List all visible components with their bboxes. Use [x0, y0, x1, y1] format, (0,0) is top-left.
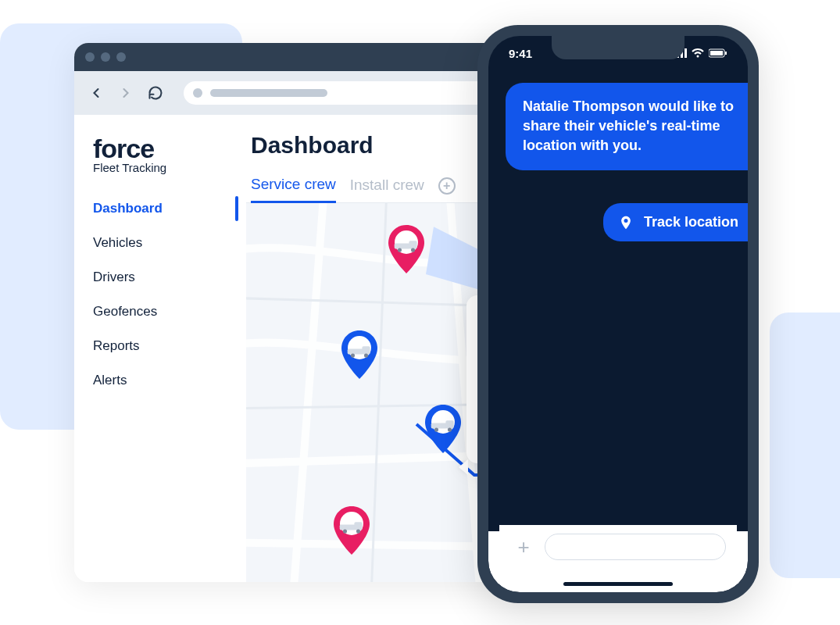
phone-device: 9:41 Natalie Thompson would like to shar… — [477, 25, 759, 603]
svg-point-9 — [364, 354, 368, 358]
svg-rect-7 — [362, 346, 370, 354]
svg-point-3 — [398, 248, 402, 252]
sidebar-item-reports[interactable]: Reports — [74, 329, 238, 363]
sidebar-item-label: Drivers — [93, 270, 135, 284]
tab-install-crew[interactable]: Install crew — [350, 170, 424, 202]
map-pin[interactable] — [332, 506, 371, 555]
sidebar-item-drivers[interactable]: Drivers — [74, 260, 238, 295]
message-input[interactable] — [545, 534, 726, 560]
track-location-button[interactable]: Track location → — [603, 203, 748, 241]
forward-icon[interactable] — [118, 85, 134, 101]
phone-time: 9:41 — [509, 47, 532, 60]
svg-rect-12 — [445, 420, 453, 428]
sidebar-item-label: Vehicles — [93, 235, 142, 250]
map-pin[interactable] — [387, 225, 426, 273]
svg-point-4 — [411, 248, 415, 252]
svg-point-35 — [624, 219, 627, 223]
logo-tagline: Fleet Tracking — [93, 161, 220, 174]
wifi-icon — [692, 47, 704, 60]
svg-rect-11 — [431, 423, 447, 429]
sidebar-item-vehicles[interactable]: Vehicles — [74, 226, 238, 260]
svg-rect-17 — [354, 522, 362, 530]
svg-point-18 — [343, 530, 347, 534]
svg-point-19 — [356, 530, 360, 534]
sidebar-item-label: Dashboard — [93, 201, 163, 216]
svg-rect-34 — [725, 52, 727, 55]
window-dot[interactable] — [101, 52, 110, 62]
svg-rect-16 — [340, 525, 356, 530]
svg-rect-1 — [395, 244, 410, 249]
track-location-label: Track location — [644, 212, 738, 232]
sidebar-item-label: Reports — [93, 338, 140, 353]
url-placeholder — [210, 89, 327, 97]
svg-point-13 — [434, 428, 438, 432]
window-dot[interactable] — [116, 52, 126, 62]
logo-name: force — [93, 134, 220, 164]
sidebar-item-alerts[interactable]: Alerts — [74, 363, 238, 398]
add-tab-button[interactable]: + — [438, 177, 456, 195]
svg-rect-33 — [710, 51, 723, 55]
sidebar-item-dashboard[interactable]: Dashboard — [74, 191, 238, 226]
sidebar-item-label: Geofences — [93, 304, 157, 319]
battery-icon — [709, 47, 727, 60]
home-indicator[interactable] — [563, 582, 673, 586]
window-dot[interactable] — [85, 52, 95, 62]
svg-rect-30 — [685, 48, 687, 58]
svg-point-8 — [351, 354, 355, 358]
sidebar-item-geofences[interactable]: Geofences — [74, 295, 238, 329]
map-pin-selected[interactable] — [424, 405, 463, 453]
phone-screen: 9:41 Natalie Thompson would like to shar… — [488, 36, 748, 592]
share-message: Natalie Thompson would like to share the… — [506, 83, 748, 170]
svg-point-31 — [697, 55, 699, 57]
sidebar: force Fleet Tracking Dashboard Vehicles … — [74, 115, 238, 582]
tab-service-crew[interactable]: Service crew — [251, 170, 336, 203]
nav-list: Dashboard Vehicles Drivers Geofences Rep… — [74, 191, 238, 398]
phone-input-area: + — [488, 531, 748, 592]
svg-point-14 — [448, 428, 452, 432]
location-pin-icon — [617, 214, 634, 231]
back-icon[interactable] — [88, 85, 104, 101]
sidebar-item-label: Alerts — [93, 373, 127, 388]
svg-rect-2 — [409, 241, 416, 248]
attach-icon[interactable]: + — [510, 535, 537, 559]
map-pin[interactable] — [340, 330, 379, 379]
phone-notch — [552, 36, 685, 59]
decorative-panel-right — [770, 312, 840, 578]
svg-rect-6 — [348, 349, 363, 355]
logo: force Fleet Tracking — [74, 134, 238, 191]
lock-icon — [193, 88, 202, 98]
share-message-text: Natalie Thompson would like to share the… — [523, 98, 734, 153]
reload-icon[interactable] — [148, 85, 163, 101]
